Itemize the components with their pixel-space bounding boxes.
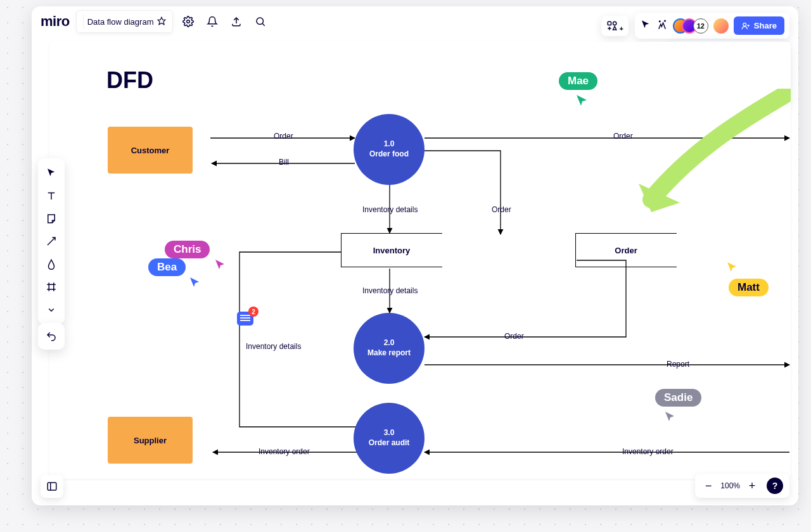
diagram-title: DFD [106, 67, 153, 94]
svg-point-9 [665, 20, 666, 22]
search-icon[interactable] [252, 13, 269, 30]
flow-label: Inventory details [245, 342, 302, 351]
process-name: Make report [367, 348, 411, 358]
divider [83, 15, 84, 28]
flow-label: Inventory order [257, 447, 311, 456]
svg-point-3 [257, 18, 264, 25]
more-tools[interactable] [41, 299, 62, 320]
top-right-cluster: + 12 Share [601, 13, 789, 39]
tool-toolbar [38, 158, 65, 324]
flow-label: Report [665, 360, 691, 369]
text-tool[interactable] [41, 185, 62, 206]
cursor-presence-icon[interactable] [640, 19, 651, 33]
miro-logo: miro [41, 13, 70, 30]
pen-tool[interactable] [41, 253, 62, 275]
flow-label: Inventory details [361, 205, 419, 214]
sticky-note-tool[interactable] [41, 208, 62, 229]
process-name: Order food [369, 149, 409, 160]
presence-pill-bea: Bea [148, 258, 186, 276]
apps-panel[interactable]: + [601, 16, 628, 36]
svg-rect-25 [48, 483, 56, 490]
reactions-icon[interactable] [656, 19, 668, 33]
zoom-controls: − 100% + ? [695, 474, 789, 498]
board-name: Data flow diagram [87, 17, 154, 27]
process-3[interactable]: 3.0 Order audit [354, 403, 425, 474]
cursor-icon [575, 94, 589, 108]
zoom-percent[interactable]: 100% [720, 481, 740, 490]
svg-marker-0 [158, 17, 166, 25]
participant-count[interactable]: 12 [693, 18, 708, 34]
flow-label: Inventory order [621, 447, 675, 456]
svg-point-6 [613, 22, 616, 25]
comment-count-badge: 2 [248, 307, 259, 317]
flow-label: Order [612, 132, 634, 141]
collab-panel: 12 Share [635, 13, 789, 39]
process-id: 3.0 [384, 428, 395, 438]
zoom-out-button[interactable]: − [701, 479, 715, 493]
presence-pill-mae: Mae [559, 72, 597, 90]
flow-label: Order [503, 332, 525, 341]
datastore-order[interactable]: Order [575, 233, 677, 267]
svg-point-10 [743, 23, 746, 26]
flow-label: Order [490, 205, 513, 214]
svg-line-27 [48, 238, 55, 245]
connector-tool[interactable] [41, 231, 62, 252]
cursor-icon [189, 276, 201, 289]
svg-rect-5 [608, 22, 611, 25]
person-plus-icon [741, 22, 750, 30]
cursor-icon [664, 410, 677, 423]
comment-indicator[interactable]: 2 [237, 312, 253, 326]
presence-pill-matt: Matt [729, 279, 769, 296]
frame-tool[interactable] [41, 276, 62, 298]
svg-line-4 [263, 23, 265, 25]
cursor-icon [214, 258, 227, 271]
entity-customer[interactable]: Customer [108, 127, 193, 174]
process-2[interactable]: 2.0 Make report [354, 313, 425, 384]
process-name: Order audit [369, 438, 410, 448]
process-1[interactable]: 1.0 Order food [354, 114, 425, 185]
notifications-icon[interactable] [203, 13, 221, 30]
presence-pill-chris: Chris [165, 241, 210, 258]
flow-label: Order [272, 132, 295, 141]
flow-label: Bill [278, 158, 290, 167]
star-icon[interactable] [157, 16, 166, 27]
entity-supplier[interactable]: Supplier [108, 417, 193, 464]
zoom-in-button[interactable]: + [745, 479, 759, 493]
settings-icon[interactable] [179, 13, 197, 30]
flow-label: Inventory details [361, 286, 419, 295]
undo-button[interactable] [38, 323, 65, 350]
share-button[interactable]: Share [734, 16, 784, 35]
select-tool[interactable] [41, 162, 62, 184]
svg-point-8 [659, 21, 660, 22]
svg-point-1 [187, 20, 190, 23]
plus-small-icon: + [619, 25, 623, 32]
cursor-icon [726, 261, 739, 274]
presence-pill-sadie: Sadie [655, 389, 701, 407]
export-icon[interactable] [227, 13, 245, 30]
process-id: 1.0 [384, 139, 395, 149]
frames-panel-toggle[interactable] [41, 475, 63, 498]
board-name-tab[interactable]: Data flow diagram [76, 10, 174, 33]
datastore-inventory[interactable]: Inventory [341, 233, 442, 267]
share-label: Share [754, 21, 777, 30]
process-id: 2.0 [384, 338, 395, 348]
avatar-self[interactable] [713, 18, 729, 34]
app-frame: miro Data flow diagram + [32, 6, 798, 505]
help-button[interactable]: ? [767, 478, 783, 494]
apps-icon [606, 20, 618, 32]
